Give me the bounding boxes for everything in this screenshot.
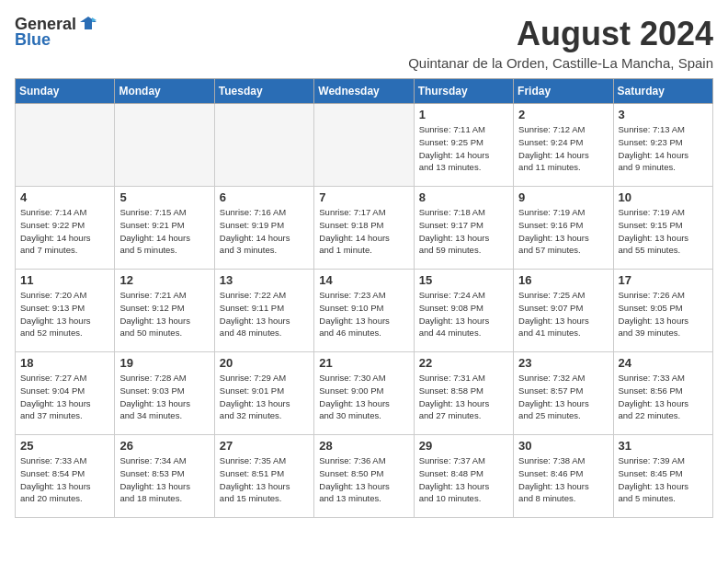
calendar-week-row: 1Sunrise: 7:11 AM Sunset: 9:25 PM Daylig… [16,104,713,187]
day-number: 17 [619,273,708,287]
calendar-cell: 9Sunrise: 7:19 AM Sunset: 9:16 PM Daylig… [514,187,613,270]
day-number: 3 [619,108,708,121]
day-number: 28 [319,439,408,453]
calendar-cell: 2Sunrise: 7:12 AM Sunset: 9:24 PM Daylig… [514,104,613,187]
day-number: 25 [20,439,109,453]
day-info: Sunrise: 7:19 AM Sunset: 9:16 PM Dayligh… [518,206,608,257]
month-title: August 2024 [408,15,713,53]
day-number: 21 [319,356,408,370]
day-info: Sunrise: 7:24 AM Sunset: 9:08 PM Dayligh… [419,289,508,339]
calendar-cell [314,104,414,187]
day-number: 31 [619,439,708,453]
calendar-table: SundayMondayTuesdayWednesdayThursdayFrid… [15,78,713,518]
day-number: 30 [518,439,608,453]
calendar-week-row: 18Sunrise: 7:27 AM Sunset: 9:04 PM Dayli… [16,352,713,435]
page-header: General Blue August 2024 Quintanar de la… [15,15,713,71]
day-info: Sunrise: 7:15 AM Sunset: 9:21 PM Dayligh… [119,206,209,257]
calendar-cell: 12Sunrise: 7:21 AM Sunset: 9:12 PM Dayli… [115,270,214,352]
day-info: Sunrise: 7:29 AM Sunset: 9:01 PM Dayligh… [220,372,309,422]
calendar-cell: 20Sunrise: 7:29 AM Sunset: 9:01 PM Dayli… [214,352,313,435]
day-info: Sunrise: 7:38 AM Sunset: 8:46 PM Dayligh… [518,454,608,505]
day-number: 6 [220,190,309,204]
day-info: Sunrise: 7:33 AM Sunset: 8:56 PM Dayligh… [619,372,708,422]
day-info: Sunrise: 7:39 AM Sunset: 8:45 PM Dayligh… [619,454,708,505]
day-number: 27 [220,439,309,453]
day-info: Sunrise: 7:22 AM Sunset: 9:11 PM Dayligh… [220,289,309,339]
calendar-cell: 30Sunrise: 7:38 AM Sunset: 8:46 PM Dayli… [514,435,613,518]
day-info: Sunrise: 7:18 AM Sunset: 9:17 PM Dayligh… [419,206,508,257]
day-info: Sunrise: 7:30 AM Sunset: 9:00 PM Dayligh… [319,372,408,422]
day-number: 26 [119,439,209,453]
svg-marker-0 [80,17,97,29]
calendar-cell: 14Sunrise: 7:23 AM Sunset: 9:10 PM Dayli… [314,270,414,352]
day-info: Sunrise: 7:36 AM Sunset: 8:50 PM Dayligh… [319,454,408,505]
calendar-header-tuesday: Tuesday [214,79,313,104]
calendar-header-thursday: Thursday [414,79,513,104]
calendar-cell: 25Sunrise: 7:33 AM Sunset: 8:54 PM Dayli… [16,435,115,518]
calendar-header-monday: Monday [115,79,214,104]
calendar-cell: 27Sunrise: 7:35 AM Sunset: 8:51 PM Dayli… [214,435,313,518]
day-info: Sunrise: 7:35 AM Sunset: 8:51 PM Dayligh… [220,454,309,505]
day-number: 10 [619,190,708,204]
title-block: August 2024 Quintanar de la Orden, Casti… [408,15,713,71]
calendar-cell: 19Sunrise: 7:28 AM Sunset: 9:03 PM Dayli… [115,352,214,435]
day-number: 13 [220,273,309,287]
calendar-cell: 15Sunrise: 7:24 AM Sunset: 9:08 PM Dayli… [414,270,513,352]
calendar-cell: 5Sunrise: 7:15 AM Sunset: 9:21 PM Daylig… [115,187,214,270]
calendar-cell: 13Sunrise: 7:22 AM Sunset: 9:11 PM Dayli… [214,270,313,352]
calendar-cell [16,104,115,187]
logo-bird-icon [78,13,98,33]
calendar-week-row: 4Sunrise: 7:14 AM Sunset: 9:22 PM Daylig… [16,187,713,270]
calendar-cell: 21Sunrise: 7:30 AM Sunset: 9:00 PM Dayli… [314,352,414,435]
day-number: 29 [419,439,508,453]
calendar-cell: 29Sunrise: 7:37 AM Sunset: 8:48 PM Dayli… [414,435,513,518]
calendar-header-sunday: Sunday [16,79,115,104]
day-number: 2 [518,108,608,121]
calendar-cell: 10Sunrise: 7:19 AM Sunset: 9:15 PM Dayli… [613,187,712,270]
day-info: Sunrise: 7:13 AM Sunset: 9:23 PM Dayligh… [619,123,708,174]
calendar-cell: 24Sunrise: 7:33 AM Sunset: 8:56 PM Dayli… [613,352,712,435]
day-info: Sunrise: 7:23 AM Sunset: 9:10 PM Dayligh… [319,289,408,339]
calendar-cell: 18Sunrise: 7:27 AM Sunset: 9:04 PM Dayli… [16,352,115,435]
day-number: 1 [419,108,508,121]
day-info: Sunrise: 7:16 AM Sunset: 9:19 PM Dayligh… [220,206,309,257]
day-info: Sunrise: 7:17 AM Sunset: 9:18 PM Dayligh… [319,206,408,257]
day-info: Sunrise: 7:34 AM Sunset: 8:53 PM Dayligh… [119,454,209,505]
day-number: 12 [119,273,209,287]
day-info: Sunrise: 7:26 AM Sunset: 9:05 PM Dayligh… [619,289,708,339]
day-number: 18 [20,356,109,370]
day-info: Sunrise: 7:14 AM Sunset: 9:22 PM Dayligh… [20,206,109,257]
calendar-cell [214,104,313,187]
calendar-header-wednesday: Wednesday [314,79,414,104]
day-number: 8 [419,190,508,204]
day-number: 15 [419,273,508,287]
calendar-cell: 11Sunrise: 7:20 AM Sunset: 9:13 PM Dayli… [16,270,115,352]
calendar-week-row: 11Sunrise: 7:20 AM Sunset: 9:13 PM Dayli… [16,270,713,352]
calendar-header-row: SundayMondayTuesdayWednesdayThursdayFrid… [16,79,713,104]
calendar-cell: 23Sunrise: 7:32 AM Sunset: 8:57 PM Dayli… [514,352,613,435]
calendar-header-saturday: Saturday [613,79,712,104]
calendar-cell: 16Sunrise: 7:25 AM Sunset: 9:07 PM Dayli… [514,270,613,352]
location-subtitle: Quintanar de la Orden, Castille-La Manch… [408,55,713,71]
calendar-cell: 7Sunrise: 7:17 AM Sunset: 9:18 PM Daylig… [314,187,414,270]
calendar-cell: 6Sunrise: 7:16 AM Sunset: 9:19 PM Daylig… [214,187,313,270]
logo-blue: Blue [15,30,51,50]
calendar-header-friday: Friday [514,79,613,104]
calendar-cell: 3Sunrise: 7:13 AM Sunset: 9:23 PM Daylig… [613,104,712,187]
calendar-week-row: 25Sunrise: 7:33 AM Sunset: 8:54 PM Dayli… [16,435,713,518]
day-info: Sunrise: 7:33 AM Sunset: 8:54 PM Dayligh… [20,454,109,505]
day-info: Sunrise: 7:27 AM Sunset: 9:04 PM Dayligh… [20,372,109,422]
day-number: 5 [119,190,209,204]
day-info: Sunrise: 7:37 AM Sunset: 8:48 PM Dayligh… [419,454,508,505]
calendar-cell: 31Sunrise: 7:39 AM Sunset: 8:45 PM Dayli… [613,435,712,518]
day-number: 22 [419,356,508,370]
calendar-cell: 28Sunrise: 7:36 AM Sunset: 8:50 PM Dayli… [314,435,414,518]
day-info: Sunrise: 7:28 AM Sunset: 9:03 PM Dayligh… [119,372,209,422]
day-number: 7 [319,190,408,204]
day-info: Sunrise: 7:31 AM Sunset: 8:58 PM Dayligh… [419,372,508,422]
calendar-cell: 22Sunrise: 7:31 AM Sunset: 8:58 PM Dayli… [414,352,513,435]
calendar-cell: 26Sunrise: 7:34 AM Sunset: 8:53 PM Dayli… [115,435,214,518]
day-number: 16 [518,273,608,287]
calendar-cell: 4Sunrise: 7:14 AM Sunset: 9:22 PM Daylig… [16,187,115,270]
calendar-cell [115,104,214,187]
